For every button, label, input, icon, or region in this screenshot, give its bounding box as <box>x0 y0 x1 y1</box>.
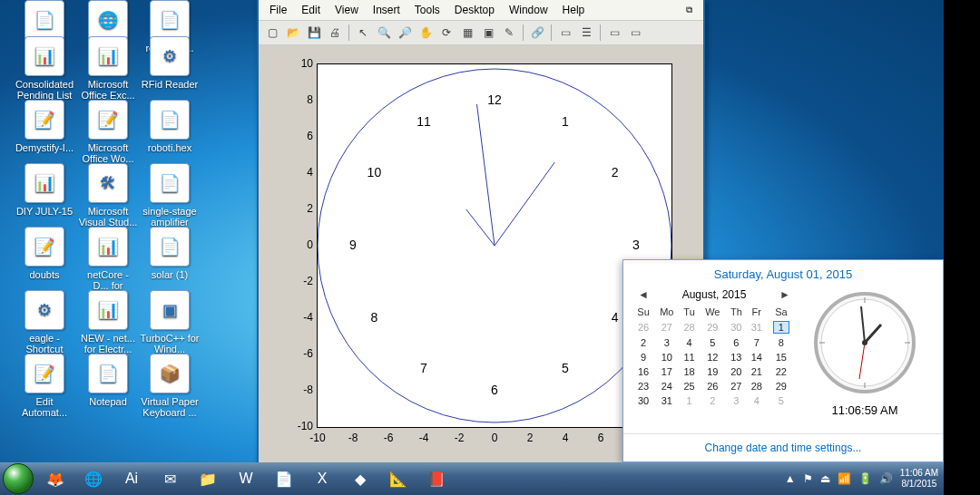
calendar-day[interactable]: 5 <box>767 393 796 408</box>
calendar-day[interactable]: 19 <box>700 364 726 379</box>
save-button[interactable]: 💾 <box>304 23 324 43</box>
link-button[interactable]: 🔗 <box>527 23 547 43</box>
calendar-day[interactable]: 18 <box>679 364 699 379</box>
network-icon[interactable]: 📶 <box>838 472 851 485</box>
desktop-icon[interactable]: 📊DIY JULY-15 <box>15 163 74 217</box>
calendar-day[interactable]: 31 <box>747 319 767 335</box>
taskbar-item-libre[interactable]: 📄 <box>265 465 303 492</box>
calendar-day[interactable]: 9 <box>632 350 654 364</box>
desktop-icon[interactable]: 📄roboti.hex <box>140 100 200 153</box>
tray-clock[interactable]: 11:06 AM 8/1/2015 <box>900 468 938 490</box>
calendar-day[interactable]: 15 <box>767 350 796 364</box>
menu-file[interactable]: File <box>264 2 292 18</box>
restore-icon[interactable]: ⧉ <box>681 3 698 17</box>
desktop-icon[interactable]: 📊NEW - net... for Electr... <box>78 290 138 354</box>
calendar-day[interactable]: 30 <box>632 393 654 408</box>
calendar-day[interactable]: 23 <box>632 379 654 393</box>
desktop-icon[interactable]: 📊netCore - D... for Electron... <box>78 227 138 293</box>
menu-edit[interactable]: Edit <box>296 2 326 18</box>
colorbar-button[interactable]: ▦ <box>457 23 477 43</box>
calendar-day[interactable]: 26 <box>632 319 654 335</box>
battery-icon[interactable]: 🔋 <box>858 472 872 485</box>
volume-icon[interactable]: 🔊 <box>879 472 893 485</box>
calendar-day[interactable]: 3 <box>726 393 747 408</box>
open-file-button[interactable]: 📂 <box>283 23 303 43</box>
desktop-icon[interactable]: 📝Microsoft Office Wo... <box>78 100 138 164</box>
taskbar-item-app[interactable]: ◆ <box>341 465 379 492</box>
desktop-icon[interactable]: 📄solar (1) <box>140 227 200 280</box>
taskbar-item-thunderbird[interactable]: ✉ <box>151 465 189 492</box>
calendar-day[interactable]: 10 <box>654 350 679 364</box>
rotate-button[interactable]: ⟳ <box>436 23 456 43</box>
annotation-button[interactable]: ▭ <box>604 23 624 43</box>
insert-legend-button[interactable]: ☰ <box>576 23 596 43</box>
figure-plot-area[interactable]: 123456789101112 <box>317 63 672 428</box>
calendar-day[interactable]: 1 <box>679 393 699 408</box>
calendar-grid[interactable]: SuMoTuWeThFrSa26272829303112345678910111… <box>632 305 796 408</box>
desktop-icon[interactable]: 📊Consolidated Pending List <box>15 36 74 101</box>
next-month-button[interactable]: ► <box>774 288 796 301</box>
taskbar-item-illustrator[interactable]: Ai <box>113 465 151 492</box>
calendar-day[interactable]: 22 <box>767 364 796 379</box>
menu-insert[interactable]: Insert <box>368 2 406 18</box>
calendar-day[interactable]: 27 <box>654 319 679 335</box>
taskbar-item-excel[interactable]: X <box>303 465 341 492</box>
menu-window[interactable]: Window <box>504 2 554 18</box>
tray-chevron-icon[interactable]: ▲ <box>785 472 796 485</box>
calendar-day[interactable]: 2 <box>700 393 726 408</box>
calendar-day[interactable]: 25 <box>679 379 699 393</box>
desktop-icon[interactable]: 📦Virtual Paper Keyboard ... <box>140 354 200 418</box>
desktop-icon[interactable]: 📄Notepad <box>78 354 138 407</box>
desktop-icon[interactable]: 📝Edit Automat... <box>15 354 74 418</box>
calendar-day[interactable]: 4 <box>679 335 699 350</box>
calendar-day[interactable]: 28 <box>747 379 767 393</box>
data-cursor-button[interactable]: ▣ <box>478 23 498 43</box>
calendar-day[interactable]: 20 <box>726 364 747 379</box>
month-label[interactable]: August, 2015 <box>682 288 747 301</box>
desktop-icon[interactable]: 📝Demystify-I... <box>15 100 74 153</box>
prev-month-button[interactable]: ◄ <box>632 288 654 301</box>
calendar-day[interactable]: 8 <box>767 335 796 350</box>
desktop-icon[interactable]: ⚙RFid Reader <box>140 36 200 90</box>
menu-tools[interactable]: Tools <box>409 2 446 18</box>
calendar-day[interactable]: 14 <box>747 350 767 364</box>
zoom-out-button[interactable]: 🔎 <box>395 23 415 43</box>
action-center-icon[interactable]: ⚑ <box>803 472 813 485</box>
calendar-day[interactable]: 2 <box>632 335 654 350</box>
change-date-time-link[interactable]: Change date and time settings... <box>623 433 943 461</box>
calendar-day[interactable]: 1 <box>767 319 796 335</box>
calendar-day[interactable]: 11 <box>679 350 699 364</box>
calendar-day[interactable]: 6 <box>726 335 747 350</box>
taskbar-item-firefox[interactable]: 🦊 <box>36 465 74 492</box>
calendar-day[interactable]: 5 <box>700 335 726 350</box>
calendar-day[interactable]: 24 <box>654 379 679 393</box>
arrow-button[interactable]: ↖ <box>353 23 373 43</box>
start-button[interactable] <box>0 462 36 495</box>
calendar-day[interactable]: 12 <box>700 350 726 364</box>
new-file-button[interactable]: ▢ <box>262 23 282 43</box>
calendar-day[interactable]: 3 <box>654 335 679 350</box>
tray-misc-icon[interactable]: ⏏ <box>820 472 830 485</box>
pan-button[interactable]: ✋ <box>416 23 436 43</box>
print-button[interactable]: 🖨 <box>325 23 345 43</box>
calendar-day[interactable]: 27 <box>726 379 747 393</box>
taskbar-item-pdf[interactable]: 📕 <box>417 465 456 492</box>
calendar-day[interactable]: 21 <box>747 364 767 379</box>
menu-help[interactable]: Help <box>557 2 591 18</box>
calendar-day[interactable]: 13 <box>726 350 747 364</box>
desktop-icon[interactable]: ▣TurboC++ for Wind... <box>140 290 200 354</box>
taskbar-item-explorer[interactable]: 📁 <box>189 465 227 492</box>
menu-desktop[interactable]: Desktop <box>449 2 500 18</box>
calendar-day[interactable]: 4 <box>747 393 767 408</box>
annotation2-button[interactable]: ▭ <box>625 23 645 43</box>
calendar-day[interactable]: 7 <box>747 335 767 350</box>
brush-button[interactable]: ✎ <box>499 23 519 43</box>
calendar-day[interactable]: 29 <box>700 319 726 335</box>
desktop-icon[interactable]: 📄single-stage amplifier <box>140 163 200 228</box>
taskbar-item-word[interactable]: W <box>227 465 265 492</box>
taskbar-item-chrome[interactable]: 🌐 <box>74 465 113 492</box>
desktop-icon[interactable]: 🛠Microsoft Visual Stud... <box>78 163 138 228</box>
calendar-day[interactable]: 16 <box>632 364 654 379</box>
calendar-day[interactable]: 28 <box>679 319 699 335</box>
insert-colorbar-button[interactable]: ▭ <box>555 23 575 43</box>
